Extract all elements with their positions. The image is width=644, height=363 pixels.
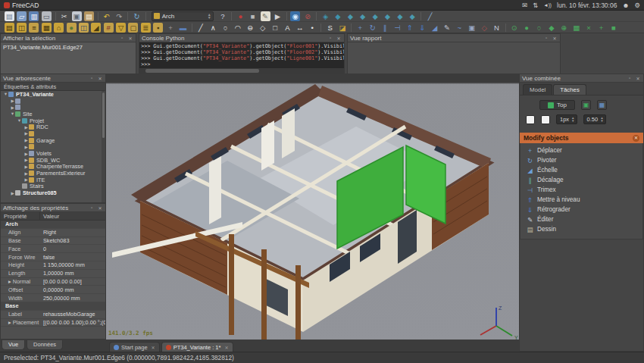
house-model[interactable]: Y Z — [106, 74, 519, 340]
tree-item[interactable]: ▶SDB_WC — [1, 157, 105, 164]
refresh-icon[interactable]: ↻ — [132, 11, 142, 21]
tree-item[interactable]: ▼Projet — [1, 117, 105, 124]
property-group-row[interactable]: Arch — [1, 221, 105, 229]
property-row[interactable]: LabelrehausseMobGarage — [1, 311, 105, 319]
tree-scrollbar[interactable] — [102, 91, 105, 202]
draft-circle-icon[interactable]: ○ — [220, 23, 230, 33]
measurement-icon[interactable]: ╱ — [425, 11, 435, 21]
tree-expand-icon[interactable]: ▶ — [23, 158, 29, 162]
property-row[interactable]: Width250,00000 mm — [1, 294, 105, 302]
draft-shapestring-icon[interactable]: S — [325, 23, 335, 33]
text-scale-spinbox[interactable]: 0.50 ▲▼ — [583, 114, 606, 124]
console-hscrollbar[interactable] — [139, 68, 344, 74]
command-dessin[interactable]: ▤Dessin — [521, 224, 642, 234]
arch-roof-icon[interactable]: ◢ — [91, 23, 101, 33]
copy-icon[interactable]: ▣ — [72, 11, 82, 21]
arch-remove-component-icon[interactable]: ▬ — [178, 23, 188, 33]
arch-space-icon[interactable]: ▢ — [128, 23, 138, 33]
arch-equipment-icon[interactable]: ▪ — [153, 23, 163, 33]
line-color-swatch[interactable] — [526, 115, 535, 124]
view-bottom-icon[interactable]: ◆ — [395, 11, 405, 21]
close-panel-icon[interactable]: ✕ — [127, 36, 133, 41]
undo-icon[interactable]: ↶ — [102, 11, 111, 21]
spinner-arrows-icon[interactable]: ▲▼ — [571, 117, 574, 123]
snap-extension-icon[interactable]: ■ — [608, 23, 618, 33]
view-axonometric-icon[interactable]: ◆ — [333, 11, 342, 21]
mail-icon[interactable]: ✉ — [522, 2, 527, 9]
command-mettre-niveau[interactable]: ⇑Mettre à niveau — [521, 195, 642, 205]
tree-item[interactable]: ▼PT34_Variante — [1, 91, 105, 98]
tree-item[interactable]: ▶ — [1, 98, 105, 105]
doc-tab-close-icon[interactable]: ✕ — [224, 345, 228, 350]
close-panel-icon[interactable]: ✕ — [336, 36, 342, 41]
gear-icon[interactable]: ⚙ — [634, 2, 640, 9]
property-row[interactable]: Height1 150,00000 mm — [1, 261, 105, 270]
draft-facebinder-icon[interactable]: ◪ — [337, 23, 347, 33]
snap-endpoint-icon[interactable]: ● — [522, 23, 532, 33]
save-icon[interactable]: ▥ — [29, 11, 39, 21]
arch-stairs-icon[interactable]: ≣ — [141, 23, 151, 33]
whatsthis-icon[interactable]: ? — [217, 11, 227, 21]
arch-structure-icon[interactable]: ◫ — [17, 23, 27, 33]
tab-données[interactable]: Données — [27, 340, 63, 350]
arch-wall-icon[interactable]: ▤ — [5, 23, 14, 33]
draft-move-icon[interactable]: + — [355, 23, 365, 33]
float-panel-icon[interactable]: ▫ — [627, 76, 633, 81]
tab-vue[interactable]: Vue — [2, 340, 25, 350]
property-row[interactable]: Face0 — [1, 245, 105, 253]
snap-perpendicular-icon[interactable]: + — [596, 23, 606, 33]
workbench-selector[interactable]: Arch ▲▼ — [152, 11, 214, 21]
draft-clone-icon[interactable]: ▣ — [467, 23, 477, 33]
arch-building-icon[interactable]: ⌂ — [54, 23, 64, 33]
arch-rebar-icon[interactable]: ≡ — [29, 23, 39, 33]
tree-item[interactable]: ▶ — [1, 130, 105, 137]
task-close-icon[interactable]: ✕ — [633, 135, 639, 142]
doc-tab[interactable]: PT34_Variante : 1*✕ — [161, 342, 233, 352]
zoom-box-icon[interactable]: ◉ — [290, 11, 300, 21]
3d-viewport[interactable]: Y Z 141.0/3.2 fps — [106, 74, 519, 340]
face-color-swatch[interactable] — [541, 115, 550, 124]
tree-expand-icon[interactable]: ▶ — [23, 131, 29, 136]
arch-axis-icon[interactable]: # — [104, 23, 114, 33]
doc-tab-close-icon[interactable]: ✕ — [152, 345, 155, 350]
view-right-icon[interactable]: ◆ — [370, 11, 380, 21]
user-icon[interactable]: ☻ — [622, 2, 629, 9]
command-trimex[interactable]: ⊣Trimex — [521, 185, 642, 195]
autogroup-button[interactable]: ▦ — [597, 100, 607, 110]
snap-center-icon[interactable]: ⊕ — [559, 23, 569, 33]
doc-tab[interactable]: Start page✕ — [109, 342, 160, 352]
selection-item[interactable]: PT34_Variante.Mur001.Edge27 — [3, 44, 133, 51]
property-row[interactable]: ▸ Placement[(0.00 0.00 1.00);0.00 °;(0.0… — [1, 319, 105, 327]
draft-wire-edit-icon[interactable]: ~ — [455, 23, 464, 33]
property-row[interactable]: ▸ Normal[0.00 0.00 0.00] — [1, 278, 105, 286]
working-plane-button[interactable]: Top — [539, 100, 575, 110]
tree-expand-icon[interactable]: ▶ — [10, 105, 15, 110]
view-fit-icon[interactable]: ◈ — [320, 11, 330, 21]
volume-icon[interactable]: ◄)) — [543, 2, 552, 8]
arch-section-plane-icon[interactable]: ▽ — [116, 23, 126, 33]
command-pivoter[interactable]: ↻Pivoter — [521, 155, 642, 165]
property-row[interactable]: Force Wirefalse — [1, 253, 105, 261]
macro-play-icon[interactable]: ▶ — [273, 11, 283, 21]
draft-rectangle-icon[interactable]: □ — [270, 23, 280, 33]
draft-trimex-icon[interactable]: ⊣ — [392, 23, 402, 33]
snap-midpoint-icon[interactable]: ○ — [534, 23, 544, 33]
tree-expand-icon[interactable]: ▶ — [23, 164, 29, 169]
cut-icon[interactable]: ✂ — [59, 11, 69, 21]
tree-expand-icon[interactable]: ▶ — [23, 125, 29, 130]
tree-item[interactable]: ▶ — [1, 104, 105, 111]
tree-item[interactable]: ▶Volets — [1, 150, 105, 157]
close-panel-icon[interactable]: ✕ — [635, 76, 641, 81]
construction-mode-button[interactable]: ▣ — [581, 100, 591, 110]
tree-item[interactable]: ▶ParementsExterieur — [1, 170, 105, 177]
tree-scrollbar-thumb[interactable] — [102, 92, 105, 138]
tree-expand-icon[interactable]: ▼ — [3, 92, 8, 96]
property-row[interactable]: BaseSketch083 — [1, 237, 105, 246]
close-panel-icon[interactable]: ✕ — [97, 205, 103, 211]
draw-style-icon[interactable]: ⊘ — [303, 11, 313, 21]
command-d-calage[interactable]: ∥Décalage — [521, 175, 642, 185]
draft-shape2dview-icon[interactable]: ◇ — [480, 23, 489, 33]
property-row[interactable]: Length1,00000 mm — [1, 270, 105, 278]
draft-text-icon[interactable]: A — [283, 23, 292, 33]
tree-expand-icon[interactable]: ▶ — [10, 191, 15, 196]
